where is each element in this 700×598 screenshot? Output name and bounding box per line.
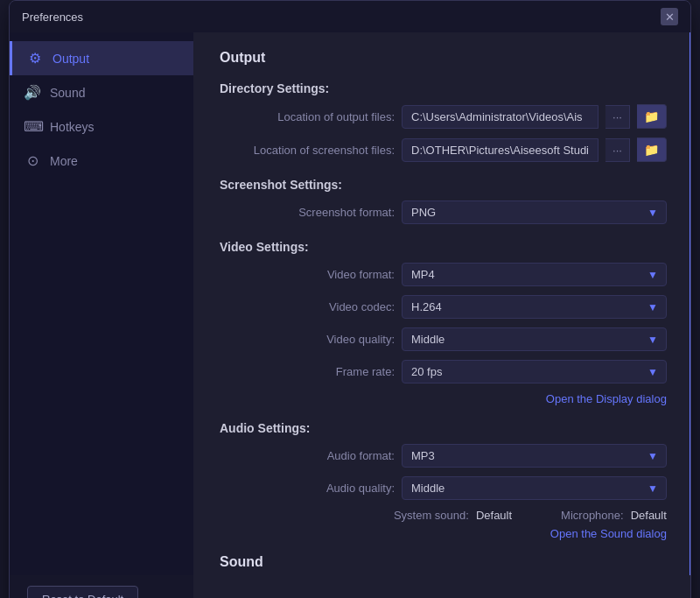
sound-dialog-link[interactable]: Open the Sound dialog xyxy=(220,527,667,540)
audio-format-label: Audio format: xyxy=(220,449,395,462)
sidebar-item-output[interactable]: ⚙ Output xyxy=(10,41,193,75)
output-path-label: Location of output files: xyxy=(220,110,395,123)
main-content: Output Directory Settings: Location of o… xyxy=(193,32,691,598)
system-sound-value: Default xyxy=(476,509,512,522)
screenshot-path-dots-button[interactable]: ··· xyxy=(606,138,630,162)
screenshot-format-label: Screenshot format: xyxy=(220,206,395,219)
screenshot-path-label: Location of screenshot files: xyxy=(220,144,395,157)
sidebar-label-output: Output xyxy=(52,52,89,66)
screenshot-settings-title: Screenshot Settings: xyxy=(220,178,667,192)
output-path-value: C:\Users\Administrator\Videos\Ais xyxy=(402,105,598,129)
frame-rate-label: Frame rate: xyxy=(220,365,395,378)
microphone-label: Microphone: xyxy=(561,509,624,522)
close-button[interactable]: ✕ xyxy=(661,8,678,25)
output-path-folder-button[interactable]: 📁 xyxy=(637,104,667,129)
video-codec-label: Video codec: xyxy=(220,300,395,313)
output-path-row: Location of output files: C:\Users\Admin… xyxy=(220,104,667,129)
dialog-title: Preferences xyxy=(22,11,83,24)
frame-rate-row: Frame rate: 15 fps 20 fps 24 fps 30 fps … xyxy=(220,360,667,383)
frame-rate-select-wrapper: 15 fps 20 fps 24 fps 30 fps 60 fps ▼ xyxy=(402,360,667,383)
footer-left: Reset to Default xyxy=(27,586,138,598)
main-wrapper: Output Directory Settings: Location of o… xyxy=(193,32,691,575)
video-quality-select[interactable]: High Middle Low xyxy=(402,327,667,351)
video-format-select[interactable]: MP4 AVI MKV MOV xyxy=(402,263,667,286)
title-bar: Preferences ✕ xyxy=(10,1,690,32)
more-icon: ⊙ xyxy=(24,152,41,169)
screenshot-path-row: Location of screenshot files: D:\OTHER\P… xyxy=(220,137,667,162)
video-format-label: Video format: xyxy=(220,268,395,281)
screenshot-format-row: Screenshot format: PNG JPG BMP ▼ xyxy=(220,201,667,224)
sidebar-item-hotkeys[interactable]: ⌨ Hotkeys xyxy=(10,109,193,144)
screenshot-format-select[interactable]: PNG JPG BMP xyxy=(402,201,667,224)
video-settings-title: Video Settings: xyxy=(220,240,667,254)
screenshot-path-folder-button[interactable]: 📁 xyxy=(637,137,667,162)
display-dialog-link[interactable]: Open the Display dialog xyxy=(220,392,667,405)
output-icon: ⚙ xyxy=(26,50,44,67)
screenshot-format-select-wrapper: PNG JPG BMP ▼ xyxy=(402,201,667,224)
audio-format-select[interactable]: MP3 AAC WAV xyxy=(402,444,667,468)
sidebar: ⚙ Output 🔊 Sound ⌨ Hotkeys ⊙ More xyxy=(10,32,193,575)
video-codec-select[interactable]: H.264 H.265 MPEG-4 xyxy=(402,295,667,319)
directory-settings-title: Directory Settings: xyxy=(220,81,667,95)
system-sound-row: System sound: Default Microphone: Defaul… xyxy=(220,509,667,522)
sidebar-label-hotkeys: Hotkeys xyxy=(50,120,94,134)
sidebar-item-sound[interactable]: 🔊 Sound xyxy=(10,75,193,109)
video-format-select-wrapper: MP4 AVI MKV MOV ▼ xyxy=(402,263,667,286)
audio-quality-row: Audio quality: High Middle Low ▼ xyxy=(220,476,667,500)
video-quality-row: Video quality: High Middle Low ▼ xyxy=(220,327,667,351)
reset-button[interactable]: Reset to Default xyxy=(27,586,138,598)
audio-quality-select-wrapper: High Middle Low ▼ xyxy=(402,476,667,500)
hotkeys-icon: ⌨ xyxy=(24,118,41,135)
sound-section-title: Sound xyxy=(220,554,667,570)
screenshot-path-value: D:\OTHER\Pictures\Aiseesoft Studi xyxy=(402,138,598,162)
audio-quality-select[interactable]: High Middle Low xyxy=(402,476,667,500)
preferences-dialog: Preferences ✕ ⚙ Output 🔊 Sound ⌨ Hotkeys… xyxy=(9,0,691,598)
sidebar-item-more[interactable]: ⊙ More xyxy=(10,144,193,178)
audio-settings-title: Audio Settings: xyxy=(220,421,667,435)
system-sound-label: System sound: xyxy=(394,509,469,522)
video-codec-row: Video codec: H.264 H.265 MPEG-4 ▼ xyxy=(220,295,667,319)
audio-format-select-wrapper: MP3 AAC WAV ▼ xyxy=(402,444,667,468)
scrollbar[interactable] xyxy=(690,32,691,575)
video-format-row: Video format: MP4 AVI MKV MOV ▼ xyxy=(220,263,667,286)
sidebar-label-sound: Sound xyxy=(50,86,85,100)
dialog-body: ⚙ Output 🔊 Sound ⌨ Hotkeys ⊙ More Output xyxy=(10,32,690,575)
output-section-title: Output xyxy=(220,50,667,66)
output-path-dots-button[interactable]: ··· xyxy=(606,105,630,129)
audio-quality-label: Audio quality: xyxy=(220,482,395,495)
video-codec-select-wrapper: H.264 H.265 MPEG-4 ▼ xyxy=(402,295,667,319)
audio-format-row: Audio format: MP3 AAC WAV ▼ xyxy=(220,444,667,468)
sidebar-label-more: More xyxy=(50,154,78,168)
video-quality-select-wrapper: High Middle Low ▼ xyxy=(402,327,667,351)
video-quality-label: Video quality: xyxy=(220,333,395,346)
sound-icon: 🔊 xyxy=(24,84,41,101)
microphone-value: Default xyxy=(631,509,667,522)
frame-rate-select[interactable]: 15 fps 20 fps 24 fps 30 fps 60 fps xyxy=(402,360,667,383)
